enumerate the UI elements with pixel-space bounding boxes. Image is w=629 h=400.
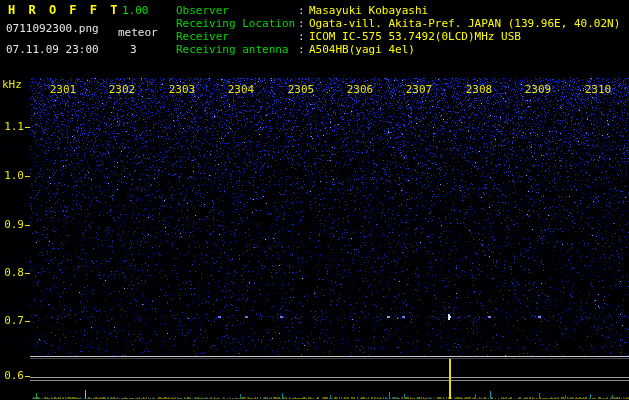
x-tick-label: 2306 bbox=[347, 83, 374, 96]
x-tick-label: 2302 bbox=[109, 83, 136, 96]
info-row-antenna: Receiving antenna:A504HB(yagi 4el) bbox=[176, 44, 415, 56]
y-tick-label: 0.7 bbox=[0, 314, 24, 327]
info-label: Observer bbox=[176, 5, 298, 17]
info-value: Ogata-vill. Akita-Pref. JAPAN (139.96E, … bbox=[309, 17, 620, 30]
y-tick-label: 0.9 bbox=[0, 218, 24, 231]
hrofft-screen: H R O F F T 1.00 0711092300.png meteor 0… bbox=[0, 0, 629, 400]
echo-count: 3 bbox=[130, 43, 137, 56]
y-tick-mark bbox=[25, 225, 30, 226]
y-tick-label: 1.1 bbox=[0, 120, 24, 133]
info-row-receiver: Receiver:ICOM IC-575 53.7492(0LCD)MHz US… bbox=[176, 31, 521, 43]
x-tick-label: 2308 bbox=[466, 83, 493, 96]
y-tick-mark bbox=[25, 321, 30, 322]
x-tick-label: 2305 bbox=[288, 83, 315, 96]
info-value: Masayuki Kobayashi bbox=[309, 4, 428, 17]
y-tick-mark bbox=[25, 127, 30, 128]
info-separator: : bbox=[298, 44, 309, 56]
x-tick-label: 2303 bbox=[169, 83, 196, 96]
info-separator: : bbox=[298, 31, 309, 43]
info-value: ICOM IC-575 53.7492(0LCD)MHz USB bbox=[309, 30, 521, 43]
app-title: H R O F F T bbox=[8, 3, 120, 17]
x-tick-label: 2304 bbox=[228, 83, 255, 96]
spectrogram-canvas bbox=[0, 0, 629, 400]
y-tick-label: 1.0 bbox=[0, 169, 24, 182]
y-axis-unit: kHz bbox=[2, 78, 22, 91]
info-label: Receiver bbox=[176, 31, 298, 43]
x-tick-label: 2310 bbox=[585, 83, 612, 96]
y-tick-mark bbox=[25, 273, 30, 274]
x-tick-label: 2307 bbox=[406, 83, 433, 96]
output-filename: 0711092300.png bbox=[6, 22, 99, 35]
y-tick-mark bbox=[25, 176, 30, 177]
info-value: A504HB(yagi 4el) bbox=[309, 43, 415, 56]
app-version: 1.00 bbox=[122, 4, 149, 17]
y-tick-mark bbox=[25, 376, 30, 377]
x-tick-label: 2309 bbox=[525, 83, 552, 96]
y-tick-label: 0.6 bbox=[0, 369, 24, 382]
info-label: Receiving antenna bbox=[176, 44, 298, 56]
timestamp: 07.11.09 23:00 bbox=[6, 43, 99, 56]
info-separator: : bbox=[298, 5, 309, 17]
info-label: Receiving Location bbox=[176, 18, 298, 30]
y-tick-label: 0.8 bbox=[0, 266, 24, 279]
info-row-location: Receiving Location:Ogata-vill. Akita-Pre… bbox=[176, 18, 620, 30]
x-tick-label: 2301 bbox=[50, 83, 77, 96]
info-row-observer: Observer:Masayuki Kobayashi bbox=[176, 5, 428, 17]
info-separator: : bbox=[298, 18, 309, 30]
mode-label: meteor bbox=[118, 26, 158, 39]
